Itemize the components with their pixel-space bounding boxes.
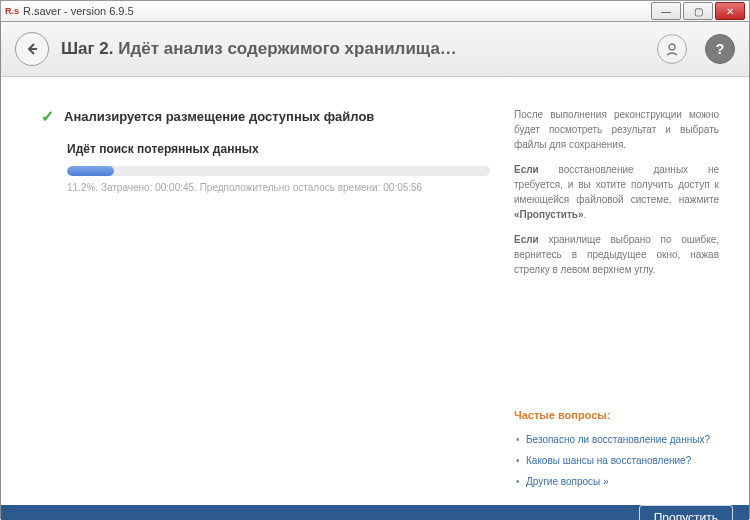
progress-status-text: 11.2%. Затрачено: 00:00:45. Предположите…: [67, 182, 490, 193]
list-item: Другие вопросы »: [514, 474, 719, 489]
progress-bar: [67, 166, 490, 176]
info-paragraph-1: После выполнения реконструкции можно буд…: [514, 107, 719, 152]
completed-task-row: ✓ Анализируется размещение доступных фай…: [41, 107, 490, 126]
question-icon: ?: [716, 41, 725, 57]
completed-task-label: Анализируется размещение доступных файло…: [64, 109, 374, 124]
faq-heading: Частые вопросы:: [514, 407, 719, 424]
app-footer: Пропустить: [1, 505, 749, 521]
check-icon: ✓: [41, 107, 54, 126]
progress-bar-fill: [67, 166, 114, 176]
user-icon: [665, 42, 679, 56]
skip-button[interactable]: Пропустить: [639, 505, 733, 521]
info-paragraph-2: Если восстановление данных не требуется,…: [514, 162, 719, 222]
list-item: Безопасно ли восстановление данных?: [514, 432, 719, 447]
back-button[interactable]: [15, 32, 49, 66]
help-button[interactable]: ?: [705, 34, 735, 64]
faq-link[interactable]: Безопасно ли восстановление данных?: [526, 434, 710, 445]
account-button[interactable]: [657, 34, 687, 64]
maximize-button[interactable]: ▢: [683, 2, 713, 20]
step-heading: Шаг 2. Идёт анализ содержимого хранилища…: [61, 39, 457, 59]
minimize-button[interactable]: —: [651, 2, 681, 20]
current-task-label: Идёт поиск потерянных данных: [67, 142, 490, 156]
list-item: Каковы шансы на восстановление?: [514, 453, 719, 468]
app-header: Шаг 2. Идёт анализ содержимого хранилища…: [1, 22, 749, 77]
step-description: Идёт анализ содержимого хранилища…: [118, 39, 457, 58]
close-button[interactable]: ✕: [715, 2, 745, 20]
step-number: Шаг 2.: [61, 39, 114, 58]
info-panel: После выполнения реконструкции можно буд…: [514, 107, 719, 495]
faq-link[interactable]: Другие вопросы »: [526, 476, 609, 487]
svg-point-1: [669, 44, 675, 50]
faq-list: Безопасно ли восстановление данных? Како…: [514, 432, 719, 489]
faq-link[interactable]: Каковы шансы на восстановление?: [526, 455, 691, 466]
main-panel: ✓ Анализируется размещение доступных фай…: [41, 107, 490, 495]
app-icon: R.s: [5, 4, 19, 18]
window-title: R.saver - version 6.9.5: [23, 5, 649, 17]
arrow-left-icon: [24, 41, 40, 57]
window-titlebar: R.s R.saver - version 6.9.5 — ▢ ✕: [0, 0, 750, 22]
info-paragraph-3: Если хранилище выбрано по ошибке, вернит…: [514, 232, 719, 277]
